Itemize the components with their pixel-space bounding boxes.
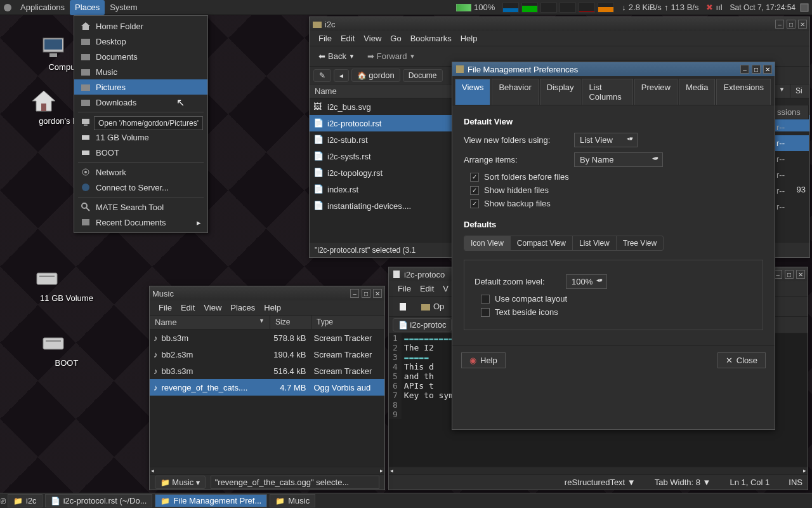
check-backup[interactable]: ✓Show backup files: [470, 199, 763, 208]
desktop-icon-boot[interactable]: BOOT: [38, 328, 95, 368]
crumb-home[interactable]: 🏠 gordon: [351, 69, 400, 82]
tray-applet[interactable]: ✖ııl: [702, 3, 726, 12]
close-button[interactable]: ✕: [796, 270, 805, 279]
check-beside[interactable]: Text beside icons: [481, 307, 752, 317]
places-desktop[interactable]: Desktop: [74, 34, 207, 49]
menu-file[interactable]: File: [394, 283, 415, 295]
path-prev[interactable]: ◂: [334, 69, 349, 82]
places-boot[interactable]: BOOT: [74, 145, 207, 160]
task-music[interactable]: 📁 Music: [270, 494, 315, 507]
menu-go[interactable]: Go: [386, 32, 405, 44]
col-type[interactable]: Type: [311, 316, 384, 329]
maximize-button[interactable]: □: [362, 289, 370, 298]
menu-edit[interactable]: Edit: [416, 283, 438, 295]
tab-preview[interactable]: Preview: [634, 79, 678, 105]
places-connect[interactable]: Connect to Server...: [74, 180, 207, 195]
menu-system[interactable]: System: [105, 0, 142, 15]
menu-edit[interactable]: Edit: [337, 32, 358, 44]
menu-view[interactable]: View: [200, 302, 225, 314]
subtab-list-view[interactable]: List View: [573, 236, 617, 250]
maximize-button[interactable]: □: [752, 65, 761, 74]
close-button[interactable]: ✕: [763, 65, 772, 74]
close-button[interactable]: ✕: [798, 20, 807, 29]
insert-mode[interactable]: INS: [789, 478, 802, 487]
task-i2c[interactable]: 📁 i2c: [8, 494, 43, 507]
places-network[interactable]: Network: [74, 164, 207, 180]
subtab-compact-view[interactable]: Compact View: [511, 236, 573, 250]
menu-view[interactable]: View: [360, 32, 385, 44]
minimize-button[interactable]: –: [775, 20, 784, 29]
check-compact[interactable]: Use compact layout: [481, 294, 752, 304]
places-documents[interactable]: Documents: [74, 49, 207, 64]
combo-zoom[interactable]: 100%◂▸: [566, 274, 607, 289]
tab-views[interactable]: Views: [455, 79, 490, 105]
file-list[interactable]: ♪bb.s3m578.8 kBScream Tracker♪bb2.s3m190…: [150, 330, 384, 467]
netspeed-applet[interactable]: ↓2.8 KiB/s ↑113 B/s: [618, 3, 702, 12]
minimize-button[interactable]: –: [740, 65, 749, 74]
tab-extensions[interactable]: Extensions: [716, 79, 771, 105]
menu-bookmarks[interactable]: Bookmarks: [407, 32, 455, 44]
close-button[interactable]: ✕: [373, 289, 382, 298]
tabwidth-selector[interactable]: Tab Width: 8 ▼: [655, 478, 711, 487]
location-crumb[interactable]: 📁 Music ▾: [155, 476, 206, 489]
subtab-icon-view[interactable]: Icon View: [464, 236, 511, 250]
titlebar[interactable]: File Management Preferences – □ ✕: [452, 62, 775, 76]
menu-file[interactable]: File: [315, 32, 336, 44]
maximize-button[interactable]: □: [785, 270, 794, 279]
file-row[interactable]: ♪revenge_of_the_cats....4.7 MBOgg Vorbis…: [150, 379, 384, 396]
maximize-button[interactable]: □: [787, 20, 796, 29]
places-volume[interactable]: 11 GB Volume: [74, 130, 207, 145]
close-button[interactable]: ✕Close: [717, 352, 766, 368]
file-row[interactable]: ♪bb2.s3m190.4 kBScream Tracker: [150, 346, 384, 363]
col-name[interactable]: Name ▼: [150, 316, 270, 329]
tab-display[interactable]: Display: [540, 79, 581, 105]
menu-file[interactable]: File: [155, 302, 176, 314]
edit-path-button[interactable]: ✎: [313, 69, 331, 82]
tab-media[interactable]: Media: [679, 79, 715, 105]
hscroll[interactable]: ◂▸: [389, 467, 808, 474]
minimize-button[interactable]: –: [350, 289, 359, 298]
forward-button[interactable]: ➡Forward▼: [363, 50, 419, 62]
shutdown-icon[interactable]: [799, 3, 809, 13]
menu-places[interactable]: Places: [226, 302, 259, 314]
new-button[interactable]: [394, 300, 412, 313]
sysmon-applet[interactable]: [499, 3, 618, 13]
show-desktop-button[interactable]: ⎚: [0, 496, 6, 505]
places-recent[interactable]: Recent Documents▸: [74, 215, 207, 230]
battery-applet[interactable]: 100%: [452, 3, 499, 12]
subtab-tree-view[interactable]: Tree View: [617, 236, 663, 250]
col-size[interactable]: Size: [270, 316, 311, 329]
menu-view[interactable]: V: [439, 283, 452, 295]
places-music[interactable]: Music: [74, 64, 207, 79]
open-button[interactable]: Op: [417, 300, 448, 313]
file-row[interactable]: ♪bb3.s3m516.4 kBScream Tracker: [150, 363, 384, 379]
clock[interactable]: Sat Oct 7, 17:24:54: [726, 3, 799, 12]
check-sort-folders[interactable]: ✓Sort folders before files: [470, 172, 763, 182]
places-search[interactable]: MATE Search Tool: [74, 199, 207, 215]
places-pictures[interactable]: Pictures: [74, 79, 207, 95]
hscroll[interactable]: ◂▸: [150, 467, 384, 474]
titlebar[interactable]: Music – □ ✕: [150, 286, 384, 300]
menu-applications[interactable]: Applications: [15, 0, 70, 15]
combo-arrange[interactable]: By Name◂▸: [574, 152, 663, 167]
titlebar[interactable]: i2c – □ ✕: [310, 17, 809, 31]
task-protocol[interactable]: 📄 i2c-protocol.rst (~/Do...: [45, 494, 153, 507]
places-downloads[interactable]: Downloads: [74, 95, 207, 110]
combo-view-new[interactable]: List View◂▸: [574, 133, 638, 147]
editor-tab[interactable]: 📄 i2c-protoc: [393, 318, 452, 331]
menu-edit[interactable]: Edit: [177, 302, 199, 314]
help-button[interactable]: ◉Help: [461, 352, 506, 368]
menu-help[interactable]: Help: [260, 302, 285, 314]
task-prefs[interactable]: 📁 File Management Pref...: [155, 494, 267, 507]
crumb-seg[interactable]: Docume: [403, 69, 443, 82]
tab-behavior[interactable]: Behavior: [492, 79, 538, 105]
check-hidden[interactable]: ✓Show hidden files: [470, 185, 763, 195]
lang-selector[interactable]: reStructuredText ▼: [565, 478, 636, 487]
tab-list-columns[interactable]: List Columns: [582, 79, 632, 105]
menu-places[interactable]: Places: [70, 0, 105, 15]
file-row[interactable]: ♪bb.s3m578.8 kBScream Tracker: [150, 330, 384, 346]
menu-help[interactable]: Help: [457, 32, 481, 44]
places-home[interactable]: Home Folder: [74, 18, 207, 34]
back-button[interactable]: ⬅Back▼: [315, 50, 358, 62]
desktop-icon-volume[interactable]: 11 GB Volume: [32, 263, 102, 303]
